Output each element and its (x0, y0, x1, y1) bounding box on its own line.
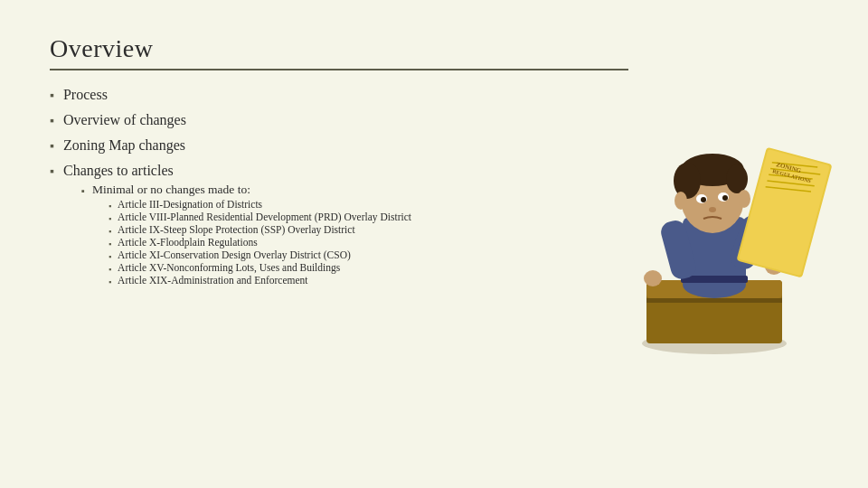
svg-point-20 (709, 207, 716, 212)
bullet-marker-process: ▪ (50, 89, 54, 103)
page-title: Overview (50, 34, 628, 63)
article-item-1: ▪ Article VIII-Planned Residential Devel… (108, 211, 411, 223)
svg-point-19 (722, 195, 728, 201)
content-area: Overview ▪ Process ▪ Overview of changes… (50, 34, 628, 289)
article-text-1: Article VIII-Planned Residential Develop… (118, 211, 411, 222)
sub-bullet-marker-minimal: ▪ (81, 185, 85, 196)
sub-bullet-minimal: ▪ Minimal or no changes made to: ▪ Artic… (81, 183, 411, 287)
article-item-2: ▪ Article IX-Steep Slope Protection (SSP… (108, 224, 411, 236)
bullet-marker-zoning: ▪ (50, 139, 54, 154)
article-text-0: Article III-Designation of Districts (118, 199, 262, 210)
title-divider (50, 69, 628, 70)
article-text-5: Article XV-Nonconforming Lots, Uses and … (118, 262, 340, 273)
slide: Overview ▪ Process ▪ Overview of changes… (0, 0, 868, 488)
article-marker-0: ▪ (108, 202, 111, 211)
sub-list: ▪ Minimal or no changes made to: ▪ Artic… (63, 183, 411, 287)
svg-point-9 (644, 270, 662, 286)
article-marker-6: ▪ (108, 277, 111, 286)
article-item-3: ▪ Article X-Floodplain Regulations (108, 237, 411, 249)
main-bullet-list: ▪ Process ▪ Overview of changes ▪ Zoning… (50, 87, 628, 289)
article-item-6: ▪ Article XIX-Administration and Enforce… (108, 275, 411, 286)
illustration: ZONING REGULATIONS (597, 72, 832, 361)
article-marker-4: ▪ (108, 252, 111, 261)
bullet-text-zoning: Zoning Map changes (63, 137, 185, 154)
article-text-6: Article XIX-Administration and Enforceme… (118, 275, 307, 286)
svg-point-15 (726, 164, 748, 193)
articles-list: ▪ Article III-Designation of Districts ▪… (92, 199, 411, 286)
article-item-0: ▪ Article III-Designation of Districts (108, 199, 411, 211)
bullet-changes-articles: ▪ Changes to articles ▪ Minimal or no ch… (50, 163, 628, 289)
sub-bullet-text-minimal: Minimal or no changes made to: (92, 183, 250, 196)
article-text-2: Article IX-Steep Slope Protection (SSP) … (118, 224, 355, 235)
bullet-text-changes: Changes to articles (63, 163, 174, 178)
bullet-zoning-map: ▪ Zoning Map changes (50, 137, 628, 154)
svg-point-22 (738, 190, 750, 208)
article-text-4: Article XI-Conservation Design Overlay D… (118, 249, 351, 260)
article-marker-3: ▪ (108, 239, 111, 249)
bullet-marker-overview: ▪ (50, 114, 54, 128)
article-marker-5: ▪ (108, 265, 111, 274)
bullet-overview-changes: ▪ Overview of changes (50, 112, 628, 128)
svg-point-21 (675, 192, 687, 210)
illustration-svg: ZONING REGULATIONS (597, 72, 832, 361)
article-item-5: ▪ Article XV-Nonconforming Lots, Uses an… (108, 262, 411, 274)
sub-bullet-minimal-content: Minimal or no changes made to: ▪ Article… (92, 183, 411, 287)
changes-articles-content: Changes to articles ▪ Minimal or no chan… (63, 163, 411, 289)
svg-point-18 (701, 197, 706, 202)
svg-rect-7 (681, 276, 748, 283)
bullet-marker-changes: ▪ (50, 164, 54, 179)
article-item-4: ▪ Article XI-Conservation Design Overlay… (108, 249, 411, 261)
article-marker-2: ▪ (108, 227, 111, 236)
article-text-3: Article X-Floodplain Regulations (118, 237, 258, 248)
bullet-process: ▪ Process (50, 87, 628, 103)
bullet-text-overview: Overview of changes (63, 112, 186, 128)
article-marker-1: ▪ (108, 214, 111, 223)
svg-rect-4 (646, 298, 782, 303)
bullet-text-process: Process (63, 87, 108, 103)
